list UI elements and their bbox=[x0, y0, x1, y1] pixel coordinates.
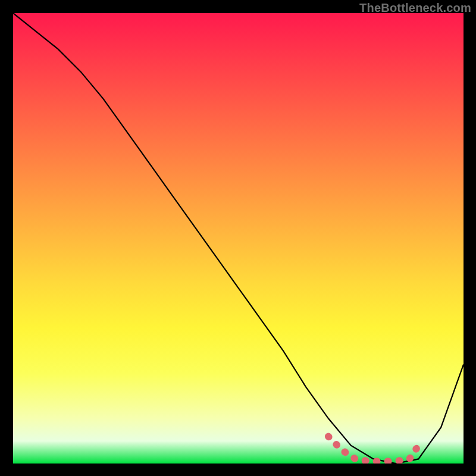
chart-frame: TheBottleneck.com bbox=[0, 0, 476, 476]
optimal-zone-dashed bbox=[328, 437, 418, 462]
curve-svg bbox=[13, 13, 464, 464]
plot-area bbox=[13, 13, 464, 464]
bottleneck-curve bbox=[13, 13, 464, 464]
